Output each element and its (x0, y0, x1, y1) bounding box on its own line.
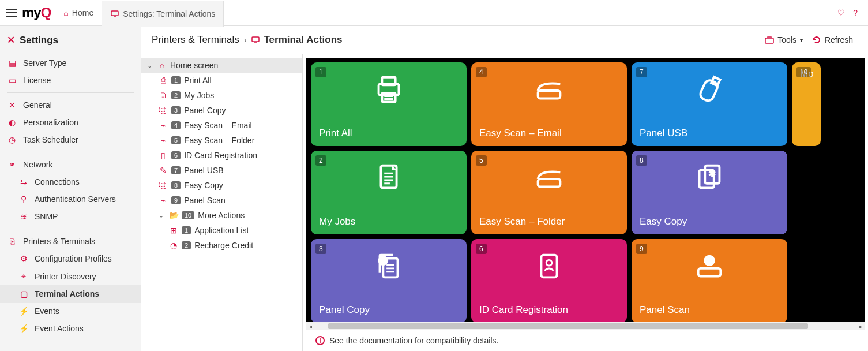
tile-label: Panel Scan (640, 304, 779, 316)
order-badge: 1 (182, 226, 191, 234)
tree-item-application-list[interactable]: ⊞1Application List (141, 223, 302, 238)
tile-print-all[interactable]: 1Print All (311, 62, 467, 146)
tile-number: 8 (636, 155, 647, 166)
sidebar-item-label: Terminal Actions (35, 289, 99, 298)
tree-item-easy-scan-folder[interactable]: ⌁5Easy Scan – Folder (141, 133, 302, 148)
tile-number: 4 (476, 67, 487, 77)
usb-icon (689, 72, 730, 107)
tile-my-jobs[interactable]: 2My Jobs (311, 151, 467, 234)
tab-home[interactable]: ⌂ Home (55, 0, 102, 26)
terminal-icon: ▢ (18, 289, 29, 298)
copy-icon: ⿻ (159, 181, 168, 190)
sidebar-item-label: SNMP (35, 212, 58, 221)
tree-item-panel-scan[interactable]: ⌁9Panel Scan (141, 193, 302, 208)
sidebar-item-authentication-servers[interactable]: ⚲Authentication Servers (0, 191, 141, 208)
tile-panel-copy[interactable]: 3Panel Copy (311, 239, 467, 322)
tile-id-card-registration[interactable]: 6ID Card Registration (471, 239, 627, 322)
eventactions-icon: ⚡ (18, 324, 29, 333)
scroll-right-icon[interactable]: ▸ (856, 323, 865, 330)
tile-label: Easy Copy (640, 216, 779, 227)
tile-easy-scan-email[interactable]: 4Easy Scan – Email (471, 62, 627, 146)
topbar: myQ ⌂ Home Settings: Terminal Actions ♡ … (0, 0, 868, 26)
menu-toggle[interactable] (3, 5, 20, 21)
breadcrumb: Printers & Terminals › Terminal Actions (152, 34, 343, 46)
refresh-icon (812, 35, 821, 44)
sidebar-item-configuration-profiles[interactable]: ⚙Configuration Profiles (0, 250, 141, 267)
tab-label: Settings: Terminal Actions (123, 9, 215, 18)
tree-item-panel-usb[interactable]: ✎7Panel USB (141, 163, 302, 178)
sidebar-item-label: Authentication Servers (35, 195, 116, 204)
health-icon[interactable]: ♡ (837, 8, 845, 17)
sidebar-item-label: Network (23, 160, 52, 169)
sidebar-item-printers-terminals[interactable]: ⎘Printers & Terminals (0, 233, 141, 250)
order-badge: 7 (171, 166, 181, 174)
sidebar-item-label: Personalization (23, 118, 78, 127)
scanner-icon (528, 160, 570, 196)
sidebar-item-label: Connections (35, 177, 80, 186)
footnote: i See the documentation for compatibilit… (306, 330, 865, 351)
sidebar-item-printer-discovery[interactable]: ⌖Printer Discovery (0, 267, 141, 285)
sidebar-item-server-type[interactable]: ▤Server Type (0, 54, 141, 72)
tab-settings-terminal-actions[interactable]: Settings: Terminal Actions (102, 1, 224, 27)
sidebar-item-network[interactable]: ⚭Network (0, 156, 141, 173)
tree-item-my-jobs[interactable]: 🗎2My Jobs (141, 88, 302, 103)
tile-number: 3 (315, 244, 326, 254)
help-icon[interactable]: ? (853, 8, 858, 17)
tree-item-easy-scan-email[interactable]: ⌁4Easy Scan – Email (141, 118, 302, 133)
tile-board: 1Print All2My Jobs3Panel Copy4Easy Scan … (306, 58, 865, 322)
sidebar-item-event-actions[interactable]: ⚡Event Actions (0, 320, 141, 337)
scroll-left-icon[interactable]: ◂ (306, 323, 314, 330)
toolbox-icon (765, 36, 774, 44)
sidebar-item-connections[interactable]: ⇆Connections (0, 173, 141, 191)
credit-icon: ◔ (169, 241, 178, 250)
breadcrumb-parent[interactable]: Printers & Terminals (152, 34, 239, 46)
auth-icon: ⚲ (18, 195, 29, 204)
tools-dropdown[interactable]: Tools ▾ (760, 33, 807, 47)
tile-label: Panel Copy (319, 304, 459, 316)
tile-label: Easy Scan – Folder (479, 216, 619, 227)
tree-item-easy-copy[interactable]: ⿻8Easy Copy (141, 178, 302, 193)
copy-icon: ⿻ (159, 106, 168, 115)
tree-item-label: Panel Scan (184, 196, 226, 205)
horizontal-scrollbar[interactable]: ◂ ▸ (306, 322, 865, 330)
sidebar-item-license[interactable]: ▭License (0, 72, 141, 89)
chevron-right-icon: › (244, 35, 247, 44)
tree-root-home-screen[interactable]: ⌄ ⌂ Home screen (141, 58, 302, 73)
chevron-down-icon: ⌄ (159, 212, 166, 219)
panelscan-icon (689, 248, 730, 284)
tree-item-label: Panel USB (184, 166, 223, 175)
tile-mo[interactable]: 10Mo (792, 62, 821, 146)
tree-item-panel-copy[interactable]: ⿻3Panel Copy (141, 103, 302, 118)
tree-item-id-card-registration[interactable]: ▯6ID Card Registration (141, 148, 302, 163)
sidebar-item-snmp[interactable]: ≋SNMP (0, 208, 141, 225)
tile-panel-usb[interactable]: 7Panel USB (632, 62, 787, 146)
tree-item-label: Recharge Credit (194, 241, 253, 250)
palette-icon: ◐ (7, 118, 17, 127)
sidebar-item-events[interactable]: ⚡Events (0, 303, 141, 320)
tools-icon: ✕ (7, 100, 17, 110)
tile-easy-scan-folder[interactable]: 5Easy Scan – Folder (471, 151, 627, 234)
tree-item-recharge-credit[interactable]: ◔2Recharge Credit (141, 238, 302, 253)
tile-panel-scan[interactable]: 9Panel Scan (632, 239, 787, 322)
order-badge: 2 (182, 241, 191, 249)
order-badge: 4 (171, 121, 181, 129)
scanner-icon (528, 72, 570, 107)
tile-easy-copy[interactable]: 8Easy Copy (632, 151, 787, 234)
order-badge: 8 (171, 181, 181, 189)
sidebar-item-task-scheduler[interactable]: ◷Task Scheduler (0, 131, 141, 148)
tree-item-more-actions[interactable]: ⌄📂10More Actions (141, 208, 302, 223)
tree-item-print-all[interactable]: ⎙1Print All (141, 73, 302, 88)
sidebar-item-terminal-actions[interactable]: ▢Terminal Actions (0, 285, 141, 303)
sidebar-item-general[interactable]: ✕General (0, 96, 141, 114)
tile-label: My Jobs (319, 216, 459, 227)
refresh-button[interactable]: Refresh (807, 33, 858, 47)
breadcrumb-current: Terminal Actions (251, 34, 342, 46)
scan-icon: ⌁ (159, 121, 168, 130)
action-tree: ⌄ ⌂ Home screen ⎙1Print All🗎2My Jobs⿻3Pa… (141, 54, 303, 351)
sidebar-item-personalization[interactable]: ◐Personalization (0, 114, 141, 131)
idcard-icon (528, 248, 570, 284)
tile-number: 5 (476, 155, 487, 166)
home-icon: ⌂ (157, 61, 167, 70)
folder-icon: 📂 (169, 211, 178, 220)
order-badge: 5 (171, 136, 181, 144)
